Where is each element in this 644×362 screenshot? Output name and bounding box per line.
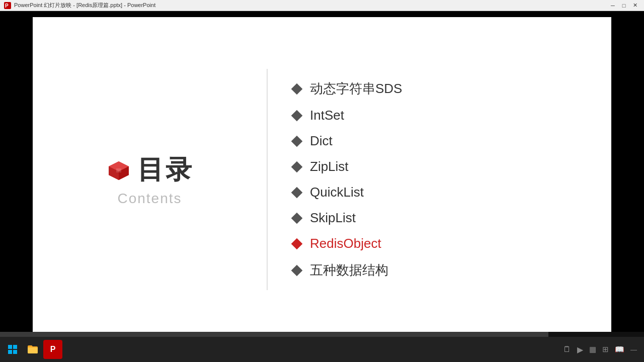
list-item-text: 五种数据结构 [310, 261, 388, 279]
file-explorer-button[interactable] [23, 340, 42, 359]
list-item-text: 动态字符串SDS [310, 80, 402, 98]
svg-rect-7 [8, 345, 12, 349]
list-item: ZipList [293, 156, 611, 177]
slide-title-chinese: 目录 [137, 152, 194, 188]
taskbar: P 🗒 ▶ ▦ ⊞ 📖 — [0, 337, 644, 362]
minimize-button[interactable]: ─ [608, 2, 618, 10]
slide-sorter-icon[interactable]: ⊞ [602, 345, 609, 354]
slide-list-area: 动态字符串SDSIntSetDictZipListQuickListSkipLi… [268, 77, 611, 282]
slide-title-english: Contents [117, 191, 182, 207]
svg-marker-6 [116, 168, 121, 172]
slide-title-area: 目录 Contents [33, 17, 267, 342]
bullet-diamond-icon [291, 161, 303, 172]
title-bar-text: PowerPoint 幻灯片放映 - [Redis原理篇.pptx] - Pow… [14, 2, 155, 9]
folder-icon [27, 343, 39, 355]
normal-view-icon[interactable]: ▦ [589, 345, 596, 354]
play-icon[interactable]: ▶ [577, 345, 583, 354]
notes-icon[interactable]: 🗒 [563, 345, 571, 354]
scroll-bar[interactable] [0, 332, 644, 337]
list-item-text: RedisObject [310, 236, 381, 251]
slide-content: 目录 Contents 动态字符串SDSIntSetDictZipListQui… [33, 17, 611, 342]
title-bar: P PowerPoint 幻灯片放映 - [Redis原理篇.pptx] - P… [0, 0, 644, 11]
list-item: 动态字符串SDS [293, 77, 611, 101]
svg-text:P: P [5, 3, 9, 9]
title-group: 目录 Contents [106, 152, 194, 207]
list-item-text: IntSet [310, 108, 344, 123]
close-button[interactable]: ✕ [630, 2, 640, 10]
list-item: RedisObject [293, 233, 611, 254]
title-row: 目录 [106, 152, 194, 188]
svg-rect-9 [8, 350, 12, 354]
bullet-diamond-icon [291, 187, 303, 198]
list-item-text: ZipList [310, 159, 349, 174]
list-item: 五种数据结构 [293, 258, 611, 282]
scroll-thumb [0, 332, 548, 337]
zoom-level: — [630, 346, 637, 353]
list-item: Dict [293, 130, 611, 152]
bullet-diamond-icon [291, 212, 303, 224]
list-item-text: QuickList [310, 185, 364, 200]
svg-rect-10 [13, 350, 17, 354]
bullet-diamond-icon [291, 264, 303, 276]
powerpoint-icon: P [4, 2, 11, 9]
slide-wrapper: 目录 Contents 动态字符串SDSIntSetDictZipListQui… [33, 17, 611, 342]
view-controls: 🗒 ▶ ▦ ⊞ 📖 — [563, 345, 641, 354]
redis-logo-icon [106, 157, 131, 183]
bullet-diamond-icon [291, 83, 303, 95]
bullet-diamond-icon [291, 135, 303, 147]
list-item-text: Dict [310, 133, 333, 149]
windows-button[interactable] [3, 340, 22, 359]
powerpoint-taskbar-button[interactable]: P [43, 340, 62, 359]
reading-view-icon[interactable]: 📖 [615, 345, 624, 354]
list-item: QuickList [293, 182, 611, 203]
title-bar-left: P PowerPoint 幻灯片放映 - [Redis原理篇.pptx] - P… [4, 2, 155, 9]
list-item: SkipList [293, 207, 611, 229]
svg-rect-8 [13, 345, 17, 349]
title-bar-controls: ─ □ ✕ [608, 2, 640, 10]
bullet-diamond-icon [291, 238, 303, 249]
list-item: IntSet [293, 105, 611, 126]
bullet-diamond-icon [291, 110, 303, 121]
slide-background: 目录 Contents 动态字符串SDSIntSetDictZipListQui… [0, 11, 644, 348]
ppt-icon: P [50, 345, 56, 354]
maximize-button[interactable]: □ [619, 2, 629, 10]
windows-icon [8, 344, 18, 354]
list-item-text: SkipList [310, 210, 356, 226]
